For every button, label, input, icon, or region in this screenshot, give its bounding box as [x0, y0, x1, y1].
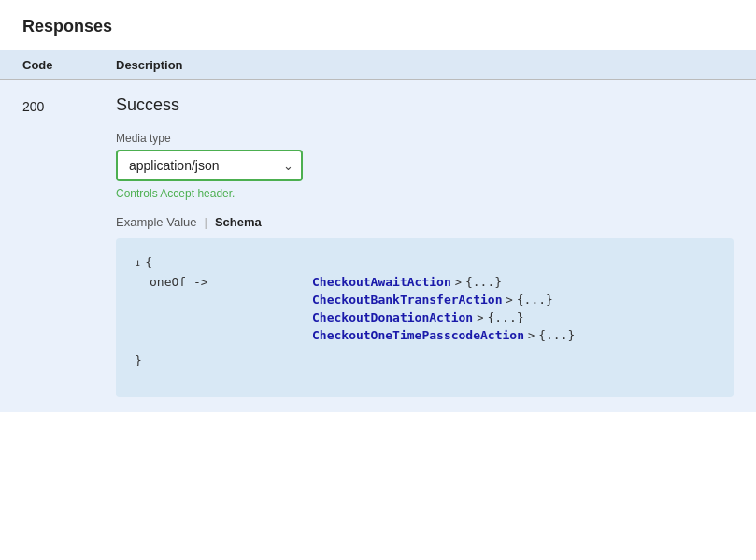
entry-chevron-icon: > — [528, 329, 535, 342]
schema-box: ↓ { oneOf -> CheckoutAwaitAction > {...} — [116, 238, 734, 397]
schema-top-line: ↓ { — [135, 255, 715, 269]
entry-chevron-icon: > — [477, 311, 483, 324]
col-code-header: Code — [22, 58, 116, 72]
close-brace: } — [135, 353, 715, 367]
media-type-select-wrapper: application/json ⌄ — [116, 150, 303, 181]
entry-dots: {...} — [517, 293, 553, 307]
responses-header: Responses — [0, 0, 756, 50]
entry-chevron-icon: > — [455, 276, 462, 289]
response-body: Success Media type application/json ⌄ Co… — [116, 95, 734, 397]
media-type-label: Media type — [116, 132, 734, 145]
oneof-key: oneOf -> — [150, 275, 208, 289]
entry-name: CheckoutBankTransferAction — [312, 293, 503, 307]
success-text: Success — [116, 95, 734, 115]
schema-right: CheckoutAwaitAction > {...} CheckoutBank… — [228, 275, 715, 346]
open-brace: { — [145, 255, 152, 269]
schema-link[interactable]: Schema — [215, 215, 262, 229]
media-type-select[interactable]: application/json — [116, 150, 303, 181]
oneof-line: oneOf -> — [150, 275, 228, 289]
schema-entries: CheckoutAwaitAction > {...} CheckoutBank… — [312, 275, 715, 342]
example-value-link[interactable]: Example Value — [116, 215, 196, 229]
schema-left: oneOf -> — [135, 275, 228, 346]
schema-entry[interactable]: CheckoutDonationAction > {...} — [312, 310, 715, 324]
collapse-icon[interactable]: ↓ — [135, 256, 141, 269]
responses-title: Responses — [22, 17, 112, 36]
col-description-header: Description — [116, 58, 734, 72]
entry-dots: {...} — [465, 275, 502, 289]
schema-entry[interactable]: CheckoutBankTransferAction > {...} — [312, 293, 715, 307]
response-code: 200 — [22, 95, 116, 397]
schema-layout: oneOf -> CheckoutAwaitAction > {...} Che… — [135, 275, 715, 346]
example-schema-bar: Example Value | Schema — [116, 215, 734, 229]
divider: | — [204, 215, 207, 229]
schema-entry[interactable]: CheckoutOneTimePasscodeAction > {...} — [312, 328, 715, 342]
response-row: 200 Success Media type application/json … — [0, 80, 756, 412]
entry-name: CheckoutDonationAction — [312, 310, 473, 324]
entry-name: CheckoutOneTimePasscodeAction — [312, 328, 524, 342]
entry-name: CheckoutAwaitAction — [312, 275, 451, 289]
page-container: Responses Code Description 200 Success M… — [0, 0, 756, 560]
entry-dots: {...} — [487, 310, 523, 324]
controls-accept-text: Controls Accept header. — [116, 187, 734, 200]
entry-dots: {...} — [538, 328, 575, 342]
schema-entry[interactable]: CheckoutAwaitAction > {...} — [312, 275, 715, 289]
entry-chevron-icon: > — [506, 294, 513, 307]
table-header: Code Description — [0, 50, 756, 80]
